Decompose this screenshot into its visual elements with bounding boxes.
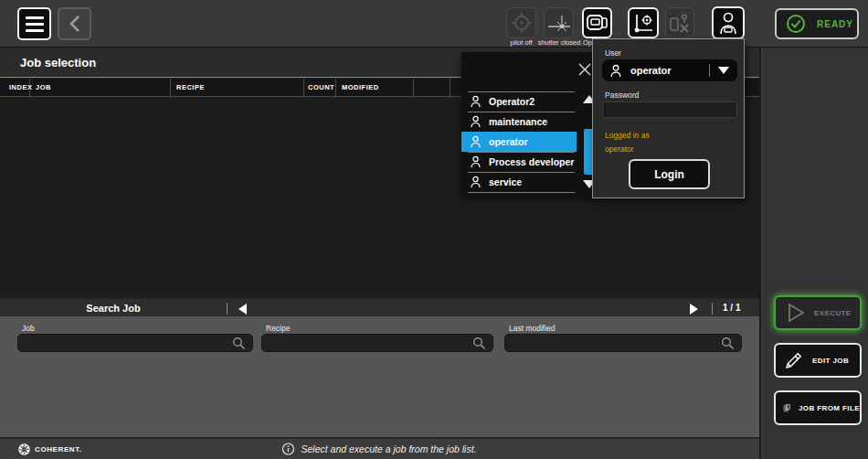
divider	[709, 64, 710, 77]
user-login-button[interactable]	[712, 6, 745, 39]
action-sidebar: EXECUTE EDIT JOB JOB FROM FILE	[763, 48, 868, 459]
column-header-job[interactable]: JOB	[30, 79, 171, 96]
coherent-logo-icon	[18, 443, 30, 455]
divider	[468, 112, 575, 112]
search-icon	[472, 336, 486, 350]
user-field-label: User	[605, 48, 621, 58]
user-icon	[470, 155, 482, 168]
edit-job-label: EDIT JOB	[812, 357, 849, 365]
job-from-file-label: JOB FROM FILE	[799, 404, 860, 412]
user-icon	[609, 64, 622, 78]
column-header-recipe[interactable]: RECIPE	[171, 79, 304, 96]
camera-label: Op	[583, 38, 592, 47]
user-list: Operator2 maintenance operator Process d…	[461, 91, 577, 193]
check-circle-icon	[786, 14, 806, 34]
app-window: pilot off shutter closed Op	[0, 0, 868, 459]
pilot-label: pilot off	[506, 38, 536, 47]
status-message: Select and execute a job from the job li…	[281, 439, 476, 459]
chevron-left-icon	[68, 15, 82, 33]
last-modified-filter-field[interactable]	[504, 334, 742, 352]
user-list-item-service[interactable]: service	[461, 172, 577, 192]
logged-in-as-text: Logged in as	[605, 131, 650, 140]
user-icon	[470, 176, 482, 188]
divider	[712, 303, 713, 315]
hamburger-icon	[26, 16, 44, 32]
job-from-file-button[interactable]: JOB FROM FILE	[774, 390, 862, 425]
search-filter-section: Job Recipe Last modified	[0, 316, 759, 437]
user-list-item-process-developer[interactable]: Process developer	[461, 152, 577, 172]
job-search-input[interactable]	[18, 338, 232, 348]
user-list-item-operator[interactable]: operator	[461, 132, 577, 152]
divider	[468, 152, 575, 153]
pilot-laser-button[interactable]	[506, 7, 536, 38]
dropdown-caret-icon	[718, 67, 729, 74]
logged-in-user-text: operator	[605, 144, 634, 154]
recipe-filter-label: Recipe	[266, 324, 290, 333]
login-button[interactable]: Login	[629, 159, 710, 189]
pilot-laser-icon	[511, 12, 533, 34]
column-header-count[interactable]: COUNT	[304, 79, 336, 96]
user-icon	[716, 10, 740, 36]
brand: COHERENT.	[18, 443, 82, 455]
execute-label: EXECUTE	[814, 309, 852, 317]
user-icon	[470, 95, 482, 108]
divider	[468, 91, 575, 92]
ready-status-button[interactable]: READY	[775, 8, 859, 39]
status-message-text: Select and execute a job from the job li…	[301, 443, 476, 454]
user-list-item-operator2[interactable]: Operator2	[461, 91, 577, 112]
main-menu-button[interactable]	[17, 7, 51, 40]
password-input[interactable]	[603, 105, 736, 120]
column-header-modified[interactable]: MODIFIED	[336, 79, 414, 96]
user-icon	[470, 115, 482, 128]
shutter-label: shutter closed	[535, 38, 583, 47]
last-modified-search-input[interactable]	[505, 338, 721, 348]
divider	[227, 303, 228, 315]
shutter-button[interactable]	[544, 7, 574, 38]
last-modified-filter-label: Last modified	[509, 324, 556, 333]
file-clipboard-icon	[783, 396, 791, 420]
device-disconnected-button[interactable]	[665, 7, 694, 38]
shutter-icon	[547, 12, 571, 34]
user-select-dropdown[interactable]: operator	[602, 59, 737, 81]
close-user-list-button[interactable]	[578, 63, 591, 76]
brand-name: COHERENT.	[35, 445, 82, 454]
info-icon	[281, 443, 294, 455]
camera-button[interactable]	[582, 7, 612, 38]
column-header-extra1[interactable]	[414, 79, 450, 96]
login-popup: User operator Password Logged in as oper…	[592, 38, 745, 198]
camera-icon	[586, 12, 609, 34]
divider	[468, 172, 575, 173]
recipe-search-input[interactable]	[262, 338, 472, 348]
device-disconnected-icon	[668, 11, 692, 35]
divider	[468, 192, 575, 193]
job-filter-field[interactable]	[17, 334, 253, 352]
search-icon	[721, 336, 735, 350]
selected-user-value: operator	[630, 65, 709, 76]
execute-button[interactable]: EXECUTE	[774, 295, 862, 330]
recipe-filter-field[interactable]	[261, 334, 493, 352]
page-indicator: 1 / 1	[723, 299, 740, 316]
page-prev-button[interactable]	[238, 304, 247, 315]
password-field[interactable]	[602, 101, 737, 118]
user-list-popup: Operator2 maintenance operator Process d…	[461, 52, 598, 197]
password-field-label: Password	[605, 91, 639, 100]
page-next-button[interactable]	[690, 304, 698, 315]
search-job-bar: Search Job 1 / 1	[0, 297, 759, 316]
pencil-icon	[783, 349, 805, 371]
axis-target-icon	[631, 11, 655, 35]
user-icon	[470, 135, 482, 148]
search-job-title: Search Job	[0, 299, 227, 316]
column-header-index[interactable]: INDEX	[0, 79, 30, 96]
play-icon	[783, 301, 807, 325]
ready-label: READY	[817, 19, 853, 29]
back-button[interactable]	[58, 7, 91, 40]
page-title: Job selection	[20, 56, 96, 69]
status-bar: COHERENT. Select and execute a job from …	[0, 437, 759, 459]
axis-target-button[interactable]	[628, 7, 659, 38]
user-list-item-maintenance[interactable]: maintenance	[461, 112, 577, 132]
job-filter-label: Job	[22, 324, 35, 333]
close-icon	[578, 63, 591, 76]
search-icon	[232, 336, 246, 350]
edit-job-button[interactable]: EDIT JOB	[774, 343, 862, 378]
